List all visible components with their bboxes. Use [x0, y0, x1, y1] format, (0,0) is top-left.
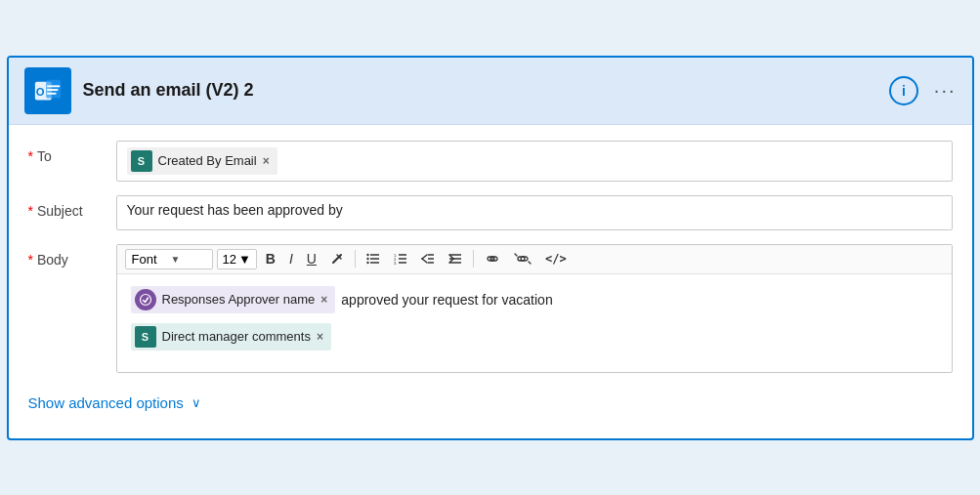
svg-point-8 — [366, 254, 368, 256]
bold-button[interactable]: B — [261, 249, 280, 268]
body-line-1-text: approved your request for vacation — [341, 292, 552, 308]
card-title: Send an email (V2) 2 — [83, 80, 254, 101]
font-select-arrow: ▼ — [171, 254, 206, 265]
to-token-close[interactable]: × — [263, 154, 270, 168]
svg-rect-5 — [47, 92, 56, 94]
svg-line-20 — [422, 255, 427, 259]
show-advanced-options[interactable]: Show advanced options ∨ — [28, 387, 953, 419]
italic-button[interactable]: I — [284, 249, 298, 268]
advanced-chevron-icon: ∨ — [192, 395, 201, 410]
unlink-button[interactable] — [509, 250, 536, 268]
body-line-1: Responses Approver name × approved your … — [131, 286, 938, 313]
font-size-value: 12 — [223, 252, 236, 267]
svg-rect-4 — [47, 89, 58, 91]
approver-name-token[interactable]: Responses Approver name × — [131, 286, 336, 313]
body-content-area[interactable]: Responses Approver name × approved your … — [117, 274, 952, 372]
manager-token-avatar: S — [135, 326, 156, 348]
show-advanced-label: Show advanced options — [28, 394, 184, 411]
indent-increase-button[interactable] — [444, 251, 467, 267]
subject-input-wrapper[interactable] — [116, 195, 953, 230]
manager-token-label: Direct manager comments — [162, 329, 311, 344]
unlink-icon — [514, 252, 532, 266]
subject-required: * — [28, 203, 33, 219]
to-input[interactable]: S Created By Email × — [116, 141, 953, 182]
to-required: * — [28, 148, 33, 164]
manager-comments-token[interactable]: S Direct manager comments × — [131, 323, 331, 351]
font-size-arrow: ▼ — [238, 252, 251, 267]
subject-row: *Subject — [28, 195, 953, 230]
to-token-created-by-email[interactable]: S Created By Email × — [127, 147, 277, 175]
indent-decrease-icon — [421, 253, 435, 265]
to-token-avatar: S — [131, 150, 152, 172]
body-line-2: S Direct manager comments × — [131, 323, 938, 351]
numbered-list-icon: 1. 2. 3. — [394, 253, 407, 265]
font-select[interactable]: Font ▼ — [125, 249, 213, 269]
body-label: *Body — [28, 244, 116, 268]
numbered-list-button[interactable]: 1. 2. 3. — [389, 251, 412, 267]
approver-token-avatar — [135, 289, 156, 310]
approver-token-close[interactable]: × — [320, 293, 327, 307]
email-action-card: O Send an email (V2) 2 i ··· *To S Crea — [7, 56, 974, 440]
svg-text:O: O — [35, 85, 44, 97]
body-required: * — [28, 252, 33, 268]
svg-text:3.: 3. — [394, 261, 397, 265]
body-editor[interactable]: Font ▼ 12 ▼ B I U — [116, 244, 953, 373]
svg-line-6 — [333, 255, 341, 263]
svg-line-21 — [422, 259, 427, 263]
link-button[interactable] — [480, 250, 505, 268]
info-button[interactable]: i — [889, 76, 918, 105]
card-header: O Send an email (V2) 2 i ··· — [9, 58, 972, 125]
more-options-button[interactable]: ··· — [934, 79, 957, 102]
bullet-list-button[interactable] — [362, 251, 385, 267]
font-select-label: Font — [132, 252, 167, 267]
subject-input[interactable] — [127, 202, 942, 218]
toolbar-divider-1 — [355, 250, 356, 268]
bullet-list-icon — [366, 253, 380, 265]
svg-point-12 — [366, 262, 368, 264]
code-button[interactable]: </> — [540, 250, 572, 268]
underline-button[interactable]: U — [302, 249, 321, 268]
svg-point-10 — [366, 258, 368, 260]
to-token-label: Created By Email — [158, 153, 257, 168]
to-row: *To S Created By Email × — [28, 141, 953, 182]
svg-line-31 — [515, 254, 517, 256]
subject-label: *Subject — [28, 195, 116, 219]
approver-token-label: Responses Approver name — [162, 292, 316, 307]
toolbar-divider-2 — [473, 250, 474, 268]
header-actions: i ··· — [889, 76, 957, 105]
card-body: *To S Created By Email × *Subject *Body — [9, 125, 972, 438]
body-row: *Body Font ▼ 12 ▼ B I U — [28, 244, 953, 373]
highlight-icon — [330, 252, 344, 266]
indent-decrease-button[interactable] — [416, 251, 440, 267]
svg-point-33 — [140, 294, 150, 305]
header-left: O Send an email (V2) 2 — [24, 67, 254, 114]
manager-token-close[interactable]: × — [317, 330, 323, 344]
outlook-icon: O — [24, 67, 71, 114]
approval-icon — [139, 293, 152, 307]
link-icon — [485, 252, 500, 266]
font-size-select[interactable]: 12 ▼ — [217, 249, 257, 269]
indent-increase-icon — [448, 253, 462, 265]
to-label: *To — [28, 141, 116, 164]
body-toolbar: Font ▼ 12 ▼ B I U — [117, 245, 952, 274]
svg-rect-3 — [47, 85, 60, 87]
svg-line-32 — [529, 262, 531, 264]
highlight-button[interactable] — [325, 250, 349, 268]
